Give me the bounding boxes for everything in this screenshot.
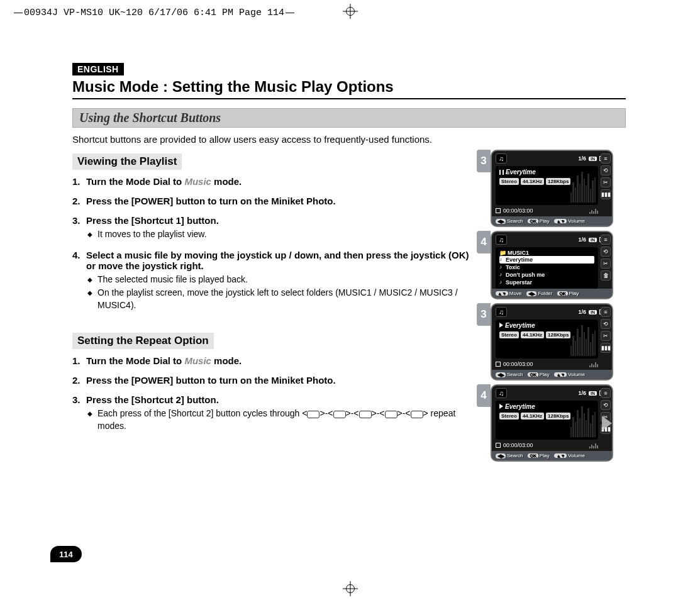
screenshot-step-badge: 4 <box>477 231 491 253</box>
registration-mark-top <box>343 4 358 19</box>
track-counter: 1/6 <box>578 309 586 315</box>
playback-time: 00:00/03:00 <box>503 208 533 214</box>
shortcut-icon-2: ⟲ <box>601 400 611 410</box>
footer-hint: OKPlay <box>528 453 549 458</box>
storage-indicator: IN <box>589 391 597 396</box>
playlist-item: Don't push me <box>499 271 594 279</box>
device-screenshot: 3♫1/6IN≡⟲✂▮▮▮EverytimeStereo44.1KHz128Kb… <box>491 150 626 227</box>
shortcut-icon-3: ✂ <box>601 331 611 341</box>
footer-hint: ▲▼Volume <box>554 453 585 458</box>
intro-text: Shortcut buttons are provided to allow u… <box>72 134 626 145</box>
repeat-mode-icon <box>411 411 423 418</box>
playlist-item: Superstar <box>499 279 594 286</box>
screenshot-step-badge: 4 <box>477 384 491 407</box>
audio-info-tag: 44.1KHz <box>521 413 544 419</box>
page-number-badge: 114 <box>50 546 82 562</box>
playlist-item: Toxic <box>499 264 594 271</box>
music-mode-icon: ♫ <box>496 153 507 164</box>
shortcut-icon-3: ✂ <box>601 177 611 187</box>
device-screenshot: 4♫1/6IN≡⟲✂🗑MUSIC1EverytimeToxicDon't pus… <box>491 231 626 299</box>
step-item: Turn the Mode Dial to Music mode. <box>72 176 478 187</box>
shortcut-icon-2: ⟲ <box>601 165 611 175</box>
footer-hint: OKPlay <box>557 291 579 296</box>
step-item: Press the [POWER] button to turn on the … <box>72 196 478 206</box>
step-item: Press the [Shortcut 2] button.Each press… <box>72 394 478 432</box>
footer-hint: ◀▶Search <box>496 453 523 458</box>
instructions-column: Viewing the Playlist Turn the Mode Dial … <box>72 150 491 465</box>
stop-icon <box>496 208 501 213</box>
music-mode-icon: ♫ <box>496 388 507 398</box>
screenshot-step-badge: 3 <box>477 150 491 172</box>
shortcut-icon-2: ⟲ <box>601 247 611 257</box>
audio-info-tag: Stereo <box>499 178 519 185</box>
screenshots-column: 3♫1/6IN≡⟲✂▮▮▮EverytimeStereo44.1KHz128Kb… <box>491 150 626 465</box>
step-item: Press the [POWER] button to turn on the … <box>72 375 478 386</box>
audio-info-tag: Stereo <box>499 331 519 338</box>
storage-indicator: IN <box>589 238 597 242</box>
music-mode-icon: ♫ <box>496 235 507 245</box>
playback-time: 00:00/03:00 <box>503 442 533 448</box>
repeat-mode-icon <box>385 411 397 418</box>
repeat-mode-icon <box>307 411 319 418</box>
print-artifact-header: 00934J VP-MS10 UK~120 6/17/06 6:41 PM Pa… <box>13 8 296 18</box>
audio-info-tag: Stereo <box>499 413 519 419</box>
shortcut-icon-1: ≡ <box>601 153 611 164</box>
bullet-item: The selected music file is played back. <box>86 274 478 286</box>
play-overlay-icon <box>602 416 612 431</box>
footer-hint: ▲▼Move <box>496 291 521 296</box>
pause-icon <box>499 170 504 175</box>
play-icon <box>499 404 503 409</box>
shortcut-icon-4: ▮▮▮ <box>601 189 611 199</box>
device-screenshot: 4♫1/6IN≡⟲✂▮▮▮EverytimeStereo44.1KHz128Kb… <box>491 384 626 462</box>
track-counter: 1/6 <box>578 236 586 243</box>
shortcut-icon-2: ⟲ <box>601 319 611 329</box>
audio-info-tag: 128Kbps <box>546 178 570 185</box>
play-icon <box>499 323 503 328</box>
shortcut-icon-4: ▮▮▮ <box>601 343 611 353</box>
subheader-repeat: Setting the Repeat Option <box>72 333 214 349</box>
subheader-playlist: Viewing the Playlist <box>72 153 182 170</box>
storage-indicator: IN <box>589 157 597 161</box>
footer-hint: ◀▶Search <box>496 218 523 224</box>
shortcut-icon-1: ≡ <box>601 307 611 317</box>
bullet-item: Each press of the [Shortcut 2] button cy… <box>86 408 478 432</box>
playlist-folder: MUSIC1 <box>499 250 594 256</box>
screenshot-step-badge: 3 <box>477 303 491 326</box>
stop-icon <box>496 443 501 448</box>
page-content: ENGLISH Music Mode : Setting the Music P… <box>72 63 626 465</box>
audio-info-tag: 128Kbps <box>546 413 570 419</box>
bullet-item: It moves to the playlist view. <box>86 228 478 241</box>
repeat-steps: Turn the Mode Dial to Music mode.Press t… <box>72 355 478 432</box>
step-item: Select a music file by moving the joysti… <box>72 250 478 312</box>
repeat-mode-icon <box>359 411 372 418</box>
footer-hint: OKPlay <box>528 218 549 224</box>
storage-indicator: IN <box>589 310 597 314</box>
step-item: Press the [Shortcut 1] button.It moves t… <box>72 215 478 241</box>
playlist-steps: Turn the Mode Dial to Music mode.Press t… <box>72 176 478 311</box>
track-counter: 1/6 <box>578 155 586 162</box>
print-header-text: 00934J VP-MS10 UK~120 6/17/06 6:41 PM Pa… <box>24 8 284 18</box>
footer-hint: ◀▶Folder <box>526 291 552 296</box>
playlist-item: Everytime <box>499 256 594 264</box>
shortcut-icon-3: ✂ <box>601 258 611 269</box>
language-tag: ENGLISH <box>72 63 124 75</box>
bullet-item: On the playlist screen, move the joystic… <box>86 287 478 311</box>
audio-info-tag: 128Kbps <box>546 331 570 338</box>
shortcut-icon-1: ≡ <box>601 388 611 398</box>
stop-icon <box>496 362 501 367</box>
section-header: Using the Shortcut Buttons <box>72 108 626 128</box>
shortcut-icon-4: 🗑 <box>601 270 611 281</box>
footer-hint: ◀▶Search <box>496 372 523 377</box>
repeat-mode-icon <box>333 411 346 418</box>
track-counter: 1/6 <box>578 390 586 396</box>
footer-hint: OKPlay <box>528 372 549 377</box>
device-screenshot: 3♫1/6IN≡⟲✂▮▮▮EverytimeStereo44.1KHz128Kb… <box>491 303 626 381</box>
page-title: Music Mode : Setting the Music Play Opti… <box>72 78 626 99</box>
audio-info-tag: 44.1KHz <box>521 178 544 185</box>
footer-hint: ▲▼Volume <box>554 218 585 224</box>
audio-info-tag: 44.1KHz <box>521 331 544 338</box>
playback-time: 00:00/03:00 <box>503 361 533 367</box>
shortcut-icon-1: ≡ <box>601 235 611 245</box>
footer-hint: ▲▼Volume <box>554 372 585 377</box>
music-mode-icon: ♫ <box>496 307 507 317</box>
